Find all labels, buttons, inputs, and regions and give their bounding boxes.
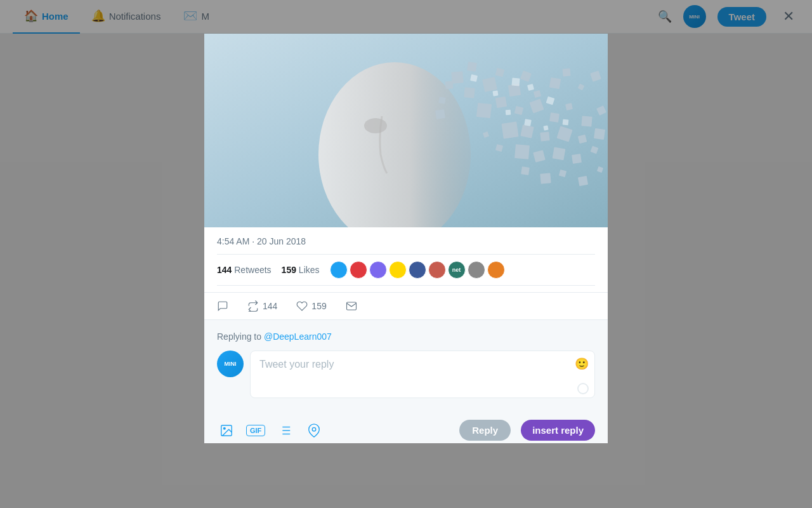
svg-rect-31	[553, 147, 566, 161]
svg-rect-12	[562, 68, 570, 76]
svg-rect-44	[470, 74, 478, 82]
liker-avatar: net	[448, 261, 466, 279]
svg-rect-37	[438, 97, 446, 104]
share-icon	[346, 300, 357, 312]
tweet-metadata: 4:54 AM · 20 Jun 2018 144 Retweets 159 L…	[204, 227, 608, 293]
reply-textarea[interactable]	[250, 351, 595, 398]
likes-stat: 159 Likes	[282, 265, 320, 275]
tweet-stats: 144 Retweets 159 Likes net	[217, 254, 595, 286]
tweet-timestamp: 4:54 AM · 20 Jun 2018	[217, 236, 595, 246]
tweet-modal: 4:54 AM · 20 Jun 2018 144 Retweets 159 L…	[204, 34, 608, 443]
svg-rect-32	[572, 154, 582, 164]
reply-toolbar: GIF Reply insert reply	[204, 412, 608, 443]
reply-button[interactable]: Reply	[459, 420, 511, 441]
insert-reply-button[interactable]: insert reply	[521, 420, 595, 441]
svg-rect-42	[578, 176, 588, 186]
heart-icon	[296, 300, 308, 312]
svg-rect-38	[435, 109, 445, 119]
replying-to-prefix: Replying to	[217, 331, 264, 342]
svg-rect-3	[451, 71, 464, 84]
replying-to-user[interactable]: @DeepLearn007	[264, 331, 332, 342]
reply-section: Replying to @DeepLearn007 MINI 🙂	[204, 320, 608, 412]
svg-rect-46	[511, 77, 520, 86]
emoji-picker-icon[interactable]: 🙂	[575, 357, 589, 371]
svg-rect-36	[445, 81, 453, 89]
ai-head-illustration	[204, 34, 608, 227]
svg-rect-39	[521, 166, 530, 175]
svg-rect-24	[520, 124, 534, 138]
liker-avatar	[487, 261, 505, 279]
liker-avatar	[330, 261, 348, 279]
svg-rect-29	[514, 144, 530, 159]
likers-avatars: net	[330, 261, 505, 279]
svg-rect-21	[581, 116, 592, 126]
svg-rect-19	[549, 112, 560, 123]
svg-rect-51	[543, 125, 548, 130]
poll-icon	[278, 424, 292, 438]
liker-avatar	[369, 261, 387, 279]
tweet-image	[204, 34, 608, 227]
svg-rect-6	[464, 87, 475, 98]
svg-rect-45	[492, 90, 498, 96]
svg-rect-16	[495, 97, 508, 109]
character-count-circle	[577, 383, 589, 394]
svg-rect-50	[524, 119, 532, 126]
poll-button[interactable]	[275, 421, 294, 440]
svg-rect-25	[540, 131, 549, 141]
svg-rect-40	[540, 173, 551, 184]
like-count: 159	[311, 301, 326, 311]
svg-rect-52	[563, 119, 569, 126]
location-button[interactable]	[304, 421, 324, 440]
retweets-stat: 144 Retweets	[217, 265, 272, 275]
svg-point-61	[313, 427, 317, 431]
retweets-label: Retweets	[234, 265, 271, 275]
retweets-count: 144	[217, 265, 232, 275]
reply-user-avatar: MINI	[217, 351, 244, 377]
retweet-count: 144	[263, 301, 277, 311]
retweet-button[interactable]: 144	[247, 300, 277, 312]
image-icon	[219, 424, 233, 438]
share-button[interactable]	[346, 300, 357, 312]
svg-rect-20	[565, 103, 573, 110]
liker-avatar	[409, 261, 426, 279]
liker-avatar	[389, 261, 407, 279]
svg-point-2	[364, 118, 387, 133]
likes-count: 159	[282, 265, 296, 275]
gif-button[interactable]: GIF	[246, 425, 265, 436]
svg-rect-11	[549, 77, 561, 90]
likes-label: Likes	[299, 265, 320, 275]
svg-point-54	[223, 427, 225, 429]
modal-overlay: 4:54 AM · 20 Jun 2018 144 Retweets 159 L…	[0, 0, 812, 508]
liker-avatar	[350, 261, 367, 279]
svg-rect-5	[482, 77, 497, 92]
reply-input-row: MINI 🙂	[217, 351, 595, 401]
retweet-icon	[247, 300, 259, 312]
svg-rect-23	[501, 121, 518, 138]
reply-input-container: 🙂	[250, 351, 595, 401]
svg-rect-28	[594, 128, 605, 140]
tweet-action-bar: 144 159	[204, 293, 608, 320]
svg-rect-49	[506, 110, 511, 116]
replying-to-label: Replying to @DeepLearn007	[217, 331, 595, 342]
location-icon	[307, 424, 321, 438]
svg-rect-15	[476, 103, 492, 118]
comment-button[interactable]	[217, 300, 228, 312]
svg-rect-4	[467, 62, 477, 72]
liker-avatar	[428, 261, 446, 279]
image-upload-button[interactable]	[217, 421, 236, 440]
like-button[interactable]: 159	[296, 300, 326, 312]
comment-icon	[217, 300, 228, 312]
liker-avatar	[468, 261, 485, 279]
